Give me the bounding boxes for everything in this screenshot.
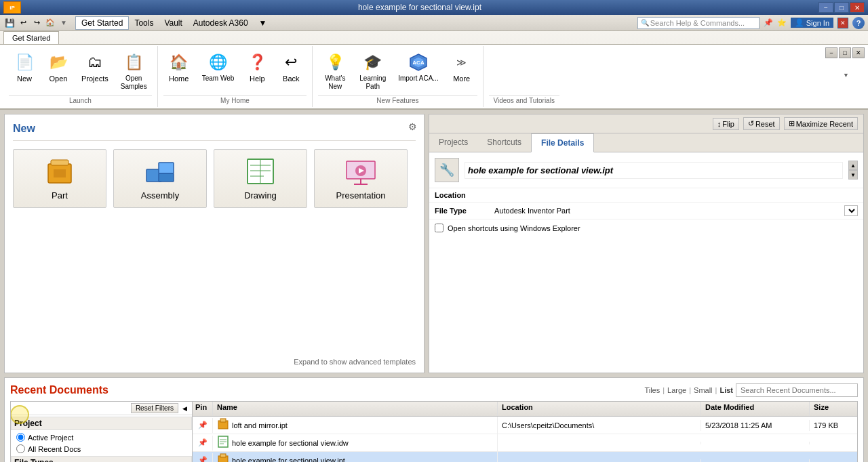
active-project-label: Active Project [28,434,73,442]
inventor-logo: iP [3,1,21,14]
size-col-header[interactable]: Size [810,402,857,416]
menu-item-tools[interactable]: Tools [129,17,159,29]
scroll-down-arrow[interactable]: ▼ [848,170,858,180]
all-recent-radio[interactable]: All Recent Docs [11,443,192,455]
menu-item-a360[interactable]: Autodesk A360 [188,17,254,29]
projects-tab[interactable]: Projects [429,133,477,152]
qa-home-btn[interactable]: 🏠 [44,17,56,29]
ribbon-minimize-btn[interactable]: − [825,47,837,58]
file-list-item[interactable]: 📌loft and mirror.iptC:\Users\cpeitz\Docu… [193,417,857,434]
pin-icon[interactable]: 📌 [764,18,773,27]
star-icon[interactable]: ⭐ [777,18,787,27]
open-button[interactable]: 📂 Open [43,49,74,85]
active-project-radio[interactable]: Active Project [11,432,192,443]
part-template-btn[interactable]: Part [13,149,106,208]
date-col-header[interactable]: Date Modified [701,402,810,416]
small-view-option[interactable]: Small [694,386,713,394]
ribbon-close-btn[interactable]: ✕ [852,47,865,58]
filter-panel: Reset Filters ◀ Project Active Project A… [10,401,192,462]
file-list-item[interactable]: 📌hole example for sectional view.idw [193,434,857,452]
presentation-template-btn[interactable]: Presentation [314,149,408,208]
my-home-group-label: My Home [163,95,307,106]
file-large-icon: 🔧 [435,158,459,182]
drawing-template-btn[interactable]: Drawing [214,149,307,208]
reset-button[interactable]: ↺ Reset [743,117,780,130]
ribbon-tab-get-started[interactable]: Get Started [3,31,59,45]
flip-button[interactable]: ↕ Flip [713,118,739,130]
main-body: New ⚙ Part [0,110,868,377]
new-features-group-items: 💡 What'sNew 🎓 LearningPath ACA [318,47,477,93]
scroll-up-arrow[interactable]: ▲ [848,161,858,170]
file-list-header: Pin Name Location Date Modified Size [193,402,857,417]
settings-icon[interactable]: ⚙ [408,121,417,132]
search-recent-input[interactable] [736,383,858,397]
maximize-button[interactable]: □ [834,2,849,13]
file-pin-cell[interactable]: 📌 [193,418,213,433]
tiles-view-option[interactable]: Tiles [644,386,660,394]
whats-new-button[interactable]: 💡 What'sNew [318,49,352,93]
qa-save-btn[interactable]: 💾 [3,17,16,29]
scroll-bar-right: ▲ ▼ [848,161,858,180]
close-btn-2[interactable]: ✕ [837,18,848,28]
new-button[interactable]: 📄 New [9,49,40,85]
ribbon-dropdown-arrow[interactable]: ▼ [843,72,849,79]
shortcuts-tab[interactable]: Shortcuts [477,133,531,152]
file-pin-cell[interactable]: 📌 [193,436,213,450]
name-col-header[interactable]: Name [213,402,498,416]
help-search-bar[interactable]: 🔍 Search Help & Commands... [637,17,760,29]
expand-templates-link[interactable]: Expand to show advanced templates [294,358,416,366]
location-col-header[interactable]: Location [498,402,701,416]
active-project-radio-input[interactable] [16,433,25,442]
back-button[interactable]: ↩ Back [275,49,307,85]
large-view-option[interactable]: Large [667,386,686,394]
signin-button[interactable]: 👤 Sign In [791,18,833,28]
filter-scroll-area: Project Active Project All Recent Docs F… [11,415,192,462]
close-button[interactable]: ✕ [850,2,865,13]
pin-icon[interactable]: 📌 [197,419,209,432]
projects-button[interactable]: 🗂 Projects [77,49,113,85]
file-pin-cell[interactable]: 📌 [193,453,213,463]
learning-path-icon: 🎓 [362,51,384,73]
all-recent-label: All Recent Docs [28,445,81,453]
file-details-tab[interactable]: File Details [531,133,594,152]
pin-icon[interactable]: 📌 [197,455,209,463]
filter-collapse-btn[interactable]: ◀ [180,404,189,413]
menu-bar: 💾 ↩ ↪ 🏠 ▼ Get Started Tools Vault Autode… [0,15,868,31]
file-name-cell: hole example for sectional view.ipt [213,452,498,462]
menu-item-get-started[interactable]: Get Started [75,16,129,30]
home-button[interactable]: 🏠 Home [163,49,195,85]
pin-icon[interactable]: 📌 [197,437,209,449]
list-view-option[interactable]: List [719,386,733,394]
maximize-recent-icon: ⊞ [789,119,795,128]
minimize-button[interactable]: − [818,2,833,13]
all-recent-radio-input[interactable] [16,444,25,453]
file-title-area: 🔧 hole example for sectional view.ipt ▲ … [429,152,863,188]
qa-undo-btn[interactable]: ↩ [17,17,29,29]
menu-item-vault[interactable]: Vault [159,17,187,29]
maximize-recent-button[interactable]: ⊞ Maximize Recent [784,117,858,130]
open-samples-button[interactable]: 📋 OpenSamples [116,49,152,93]
team-web-button[interactable]: 🌐 Team Web [197,49,239,85]
more-button[interactable]: ≫ More [446,49,477,85]
reset-filters-button[interactable]: Reset Filters [131,403,178,413]
file-type-dropdown[interactable] [844,205,858,216]
recent-docs-section: Recent Documents Tiles | Large | Small |… [4,377,864,462]
ribbon-restore-btn[interactable]: □ [839,47,851,58]
qa-dropdown-btn[interactable]: ▼ [58,17,70,29]
file-title-scroll: hole example for sectional view.ipt [465,162,843,179]
my-home-group-items: 🏠 Home 🌐 Team Web ❓ Help ↩ Back [163,47,307,93]
help-ribbon-button[interactable]: ❓ Help [241,49,273,85]
svg-rect-5 [54,169,66,177]
menu-item-dropdown[interactable]: ▼ [254,17,273,29]
learning-path-button[interactable]: 🎓 LearningPath [355,49,391,93]
qa-redo-btn[interactable]: ↪ [31,17,43,29]
details-tabs: Projects Shortcuts File Details [429,133,863,152]
assembly-template-btn[interactable]: Assembly [113,149,207,208]
import-aca-button[interactable]: ACA Import ACA... [393,49,443,85]
location-label: Location [435,191,858,199]
file-type-icon [217,436,229,450]
file-list-item[interactable]: 📌hole example for sectional view.ipt [193,452,857,462]
open-shortcuts-checkbox[interactable] [435,224,443,232]
ribbon-window-controls: − □ ✕ [825,47,865,58]
help-button[interactable]: ? [852,17,865,29]
